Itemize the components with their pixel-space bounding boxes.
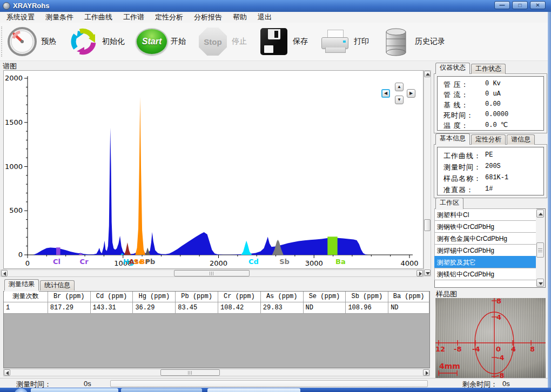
workspace-list-item[interactable]: 测焊锡中CrCdPbHg xyxy=(434,244,536,256)
svg-text:2000: 2000 xyxy=(5,74,23,82)
field-label: 样品名称： xyxy=(444,174,481,184)
print-label: 打印 xyxy=(354,37,369,46)
status-bar: 测量时间： 0s 剩余时间： 0s xyxy=(0,378,548,388)
svg-text:500: 500 xyxy=(9,206,23,214)
workspace-tab[interactable]: 工作区 xyxy=(435,198,463,209)
workspace-scrollbar[interactable] xyxy=(536,209,545,287)
results-table-header-cell: As (ppm) xyxy=(261,292,304,302)
menu-bar: 系统设置测量条件工作曲线工作谱定性分析分析报告帮助退出 xyxy=(0,12,551,23)
menu-item[interactable]: 工作谱 xyxy=(118,12,150,23)
stop-button[interactable]: Stop 停止 xyxy=(197,25,250,58)
window-title: XRAYRohs xyxy=(13,2,49,10)
chart-h-scroll-thumb[interactable] xyxy=(174,270,250,276)
field-label: 基 线： xyxy=(444,100,469,110)
start-button[interactable]: Start 开始 xyxy=(136,25,189,58)
instrument-status-tab[interactable]: 仪器状态 xyxy=(435,63,470,74)
chart-h-scrollbar[interactable] xyxy=(1,269,424,277)
chart-v-scroll-thumb[interactable] xyxy=(424,219,431,231)
window-right-border xyxy=(548,12,551,388)
results-h-scrollbar[interactable] xyxy=(3,369,430,376)
history-button[interactable]: 历史记录 xyxy=(380,25,448,58)
scroll-right-button[interactable] xyxy=(416,270,423,276)
scroll-up-button[interactable] xyxy=(424,71,431,77)
results-table-header-cell: Cr (ppm) xyxy=(218,292,261,302)
spectrum-plot[interactable]: 010002000300040000500100015002000ClCrHgA… xyxy=(3,70,424,269)
basic-info-tab[interactable]: 基本信息 xyxy=(435,133,470,145)
window-controls: —□✕ xyxy=(494,1,546,9)
menu-item[interactable]: 分析报告 xyxy=(189,12,227,23)
title-bar: XRAYRohs —□✕ xyxy=(0,0,551,12)
results-table-header-cell: Se (ppm) xyxy=(304,292,346,302)
taskbar-button[interactable] xyxy=(31,388,118,392)
svg-text:4: 4 xyxy=(496,313,501,321)
save-button[interactable]: 保存 xyxy=(258,25,311,58)
taskbar-button[interactable] xyxy=(121,388,202,392)
basic-info-group: 工作曲线：PE测量时间：200S样品名称：681K-1准直器：1# xyxy=(434,144,547,198)
chart-pan-up-button[interactable]: ▲ xyxy=(395,83,404,91)
menu-item[interactable]: 帮助 xyxy=(227,12,252,23)
minimize-button[interactable]: — xyxy=(494,1,510,9)
taskbar-button[interactable] xyxy=(207,388,300,392)
basic-info-tab[interactable]: 定性分析 xyxy=(471,134,506,145)
menu-item[interactable]: 定性分析 xyxy=(150,12,189,23)
print-button[interactable]: 打印 xyxy=(319,25,372,58)
scroll-left-button[interactable] xyxy=(1,270,8,276)
menu-item[interactable]: 测量条件 xyxy=(40,12,79,23)
svg-text:-8: -8 xyxy=(454,345,461,353)
results-tab[interactable]: 统计信息 xyxy=(40,280,75,290)
workspace-list: 测塑料中Cl测钢铁中CrCdPbHg测有色金属中CrCdPbHg测焊锡中CrCd… xyxy=(434,208,546,288)
menu-item[interactable]: 工作曲线 xyxy=(79,12,118,23)
preheat-button[interactable]: 预热 xyxy=(6,25,59,58)
start-label: 开始 xyxy=(171,37,186,46)
chart-pan-down-button[interactable]: ▼ xyxy=(395,96,404,104)
start-icon: Start xyxy=(136,25,168,58)
field-value: 0 uA xyxy=(485,90,501,98)
results-table-header-cell: Br (ppm) xyxy=(48,292,91,302)
svg-text:Cd: Cd xyxy=(248,258,259,266)
status-field: 工作曲线：PE xyxy=(438,151,543,163)
chart-pan-right-button[interactable]: ▶ xyxy=(407,89,415,98)
close-button[interactable]: ✕ xyxy=(530,1,546,9)
initialize-button[interactable]: 初始化 xyxy=(67,25,128,58)
workspace-list-item[interactable]: 测有色金属中CrCdPbHg xyxy=(434,232,536,245)
scroll-left-button[interactable] xyxy=(4,369,10,376)
workspace-list-item[interactable]: 测钢铁中CrCdPbHg xyxy=(434,220,536,233)
progress-bar xyxy=(110,380,428,387)
scroll-down-button[interactable] xyxy=(424,269,431,276)
right-panel: 仪器状态工作状态 管 压：0 Kv管 流：0 uA基 线：0.00死时间：0.0… xyxy=(433,62,548,386)
status-field: 死时间：0.0000 xyxy=(438,111,543,121)
sample-camera-image: 12-8-404884-4-84mm xyxy=(435,298,546,378)
svg-text:-4: -4 xyxy=(496,354,504,362)
history-label: 历史记录 xyxy=(415,37,445,46)
workspace-scroll-thumb[interactable] xyxy=(536,242,544,258)
start-orb-icon[interactable] xyxy=(14,388,28,392)
results-table-header-cell: Cd (ppm) xyxy=(91,292,133,302)
field-label: 管 流： xyxy=(444,90,469,100)
scroll-up-button[interactable] xyxy=(536,209,544,218)
os-taskbar[interactable] xyxy=(0,388,551,392)
results-panel: 测量结果统计信息 测量次数Br (ppm)Cd (ppm)Hg (ppm)Pb … xyxy=(0,279,432,378)
results-tab[interactable]: 测量结果 xyxy=(4,279,39,290)
basic-info-tab[interactable]: 谱信息 xyxy=(507,134,535,145)
svg-text:8: 8 xyxy=(496,298,501,305)
workspace-list-item[interactable]: 测塑料中Cl xyxy=(434,208,536,221)
workspace-list-item[interactable]: 测塑胶及其它 xyxy=(434,256,536,268)
results-table: 测量次数Br (ppm)Cd (ppm)Hg (ppm)Pb (ppm)Cr (… xyxy=(3,291,430,368)
menu-item[interactable]: 系统设置 xyxy=(1,12,40,23)
basic-info-box: 工作曲线：PE测量时间：200S样品名称：681K-1准直器：1# xyxy=(437,147,544,195)
menu-item[interactable]: 退出 xyxy=(252,12,277,23)
status-field: 基 线：0.00 xyxy=(438,100,543,111)
svg-text:Sb: Sb xyxy=(279,258,290,266)
workspace-list-item[interactable]: 测镁铝中CrCdPbHg xyxy=(434,268,536,280)
results-h-scroll-thumb[interactable] xyxy=(160,369,220,376)
app-window: XRAYRohs —□✕ 系统设置测量条件工作曲线工作谱定性分析分析报告帮助退出… xyxy=(0,0,551,392)
instrument-status-tab[interactable]: 工作状态 xyxy=(471,64,506,74)
chart-pan-left-button[interactable]: ◀ xyxy=(381,89,390,98)
maximize-button[interactable]: □ xyxy=(512,1,528,9)
svg-text:4mm: 4mm xyxy=(439,362,460,370)
scroll-down-button[interactable] xyxy=(536,279,544,287)
field-label: 死时间： xyxy=(444,111,474,120)
scroll-right-button[interactable] xyxy=(423,369,429,376)
chart-v-scrollbar[interactable] xyxy=(424,70,431,276)
results-table-cell: 817.29 xyxy=(48,302,91,314)
